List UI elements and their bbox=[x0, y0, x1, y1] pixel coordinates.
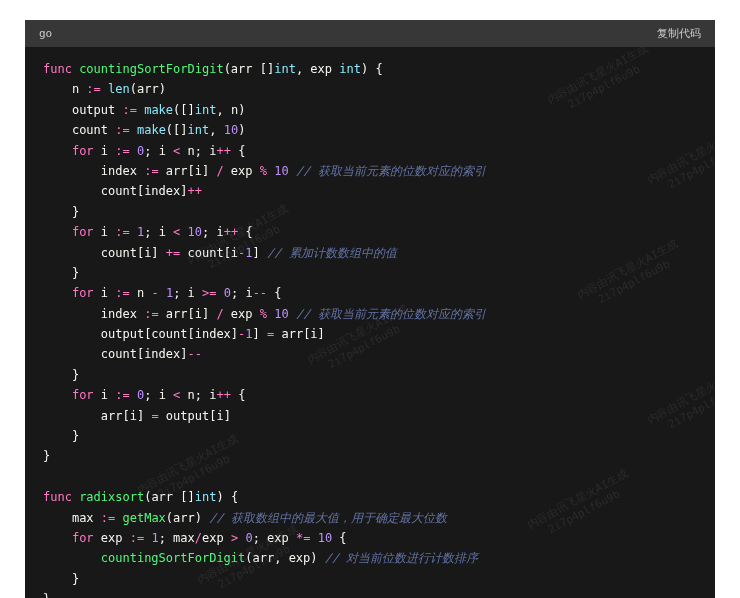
code-token-id: output[count[index] bbox=[101, 327, 238, 341]
code-token-pun: (arr) bbox=[130, 82, 166, 96]
watermark: 内容由讯飞星火AI生成2i7p4plf6u9b bbox=[525, 467, 638, 545]
code-token-sp bbox=[43, 409, 101, 423]
code-token-kw: for bbox=[72, 531, 94, 545]
code-token-op: / bbox=[216, 164, 223, 178]
code-block: go 复制代码 func countingSortForDigit(arr []… bbox=[25, 20, 715, 598]
code-token-id: output bbox=[72, 103, 123, 117]
code-token-op: := bbox=[115, 123, 129, 137]
code-token-op: >= bbox=[202, 286, 216, 300]
code-token-fn: countingSortForDigit bbox=[101, 551, 246, 565]
code-token-sp bbox=[94, 225, 101, 239]
code-token-op: ++ bbox=[224, 225, 238, 239]
code-header: go 复制代码 bbox=[25, 20, 715, 47]
code-token-sp bbox=[43, 184, 101, 198]
watermark: 内容由讯飞星火AI生成2i7p4plf6u9b bbox=[575, 237, 688, 315]
code-token-cm: // 对当前位数进行计数排序 bbox=[325, 551, 479, 565]
code-token-kw: func bbox=[43, 62, 72, 76]
code-token-pun: { bbox=[231, 144, 245, 158]
code-token-sp bbox=[289, 307, 296, 321]
code-token-fn: getMax bbox=[123, 511, 166, 525]
code-token-sp bbox=[216, 286, 223, 300]
code-token-ty: int bbox=[195, 103, 217, 117]
code-token-sp bbox=[180, 225, 187, 239]
code-token-ty: int bbox=[274, 62, 296, 76]
code-content[interactable]: func countingSortForDigit(arr []int, exp… bbox=[25, 47, 715, 598]
code-token-sp bbox=[43, 164, 101, 178]
code-token-sp bbox=[159, 286, 166, 300]
code-token-num: 10 bbox=[188, 225, 202, 239]
code-token-fn: radixsort bbox=[79, 490, 144, 504]
code-token-cm: // 获取数组中的最大值，用于确定最大位数 bbox=[209, 511, 447, 525]
code-token-id: arr[i] bbox=[101, 409, 152, 423]
code-token-pun: (arr [] bbox=[144, 490, 195, 504]
code-token-num: 1 bbox=[151, 531, 158, 545]
code-token-sp bbox=[43, 266, 72, 280]
code-token-cm: // 获取当前元素的位数对应的索引 bbox=[296, 164, 486, 178]
code-token-ty: int bbox=[195, 490, 217, 504]
code-token-pun: ; i bbox=[144, 388, 173, 402]
code-token-pun: ) { bbox=[361, 62, 383, 76]
code-token-pun: n bbox=[130, 286, 152, 300]
code-token-sp bbox=[101, 82, 108, 96]
code-token-sp bbox=[43, 82, 72, 96]
code-token-op: += bbox=[166, 246, 180, 260]
code-token-sp bbox=[310, 531, 317, 545]
code-token-sp bbox=[43, 368, 72, 382]
code-token-op: - bbox=[151, 286, 158, 300]
code-token-sp bbox=[43, 470, 50, 484]
code-token-op: / bbox=[216, 307, 223, 321]
code-token-pun: { bbox=[238, 225, 252, 239]
page-wrap: go 复制代码 func countingSortForDigit(arr []… bbox=[0, 0, 740, 598]
code-token-pun: ; i bbox=[144, 144, 173, 158]
code-token-pun: { bbox=[267, 286, 281, 300]
code-token-id: max bbox=[72, 511, 101, 525]
code-token-pun: (arr) bbox=[166, 511, 209, 525]
code-token-kw: func bbox=[43, 490, 72, 504]
code-token-sp bbox=[43, 531, 72, 545]
code-token-id: count[index] bbox=[101, 184, 188, 198]
code-token-pun: } bbox=[72, 266, 79, 280]
code-token-sp bbox=[130, 123, 137, 137]
code-token-pun: { bbox=[231, 388, 245, 402]
code-token-op: -- bbox=[188, 347, 202, 361]
code-token-id: i bbox=[101, 225, 115, 239]
code-token-num: 0 bbox=[245, 531, 252, 545]
code-token-pun: (arr [] bbox=[224, 62, 275, 76]
code-token-pun: ; i bbox=[144, 225, 173, 239]
code-token-op: := bbox=[115, 144, 129, 158]
code-token-sp bbox=[130, 225, 137, 239]
code-token-pun: n; i bbox=[180, 388, 216, 402]
code-token-sp bbox=[94, 286, 101, 300]
code-token-pun: } bbox=[72, 572, 79, 586]
code-token-pun: , bbox=[209, 123, 223, 137]
code-token-num: 10 bbox=[274, 164, 288, 178]
code-token-cm: // 累加计数数组中的值 bbox=[267, 246, 397, 260]
code-token-cm: // 获取当前元素的位数对应的索引 bbox=[296, 307, 486, 321]
code-token-sp bbox=[43, 307, 101, 321]
code-token-id: index bbox=[101, 164, 144, 178]
code-token-pun: ; i bbox=[202, 225, 224, 239]
code-token-id: index bbox=[101, 307, 144, 321]
code-token-id: i bbox=[101, 144, 115, 158]
code-token-op: ++ bbox=[216, 388, 230, 402]
code-token-id: count bbox=[72, 123, 115, 137]
code-token-op: := bbox=[101, 511, 115, 525]
code-token-op: := bbox=[115, 286, 129, 300]
code-token-op: ++ bbox=[216, 144, 230, 158]
code-token-bi: len bbox=[108, 82, 130, 96]
code-token-sp bbox=[43, 205, 72, 219]
code-token-kw: for bbox=[72, 144, 94, 158]
code-token-sp bbox=[94, 531, 101, 545]
copy-code-button[interactable]: 复制代码 bbox=[657, 26, 701, 41]
code-token-id: exp bbox=[101, 531, 130, 545]
code-token-kw: for bbox=[72, 286, 94, 300]
code-token-op: := bbox=[86, 82, 100, 96]
code-token-pun: } bbox=[72, 205, 79, 219]
code-token-id: count[index] bbox=[101, 347, 188, 361]
code-token-pun: (arr, exp) bbox=[245, 551, 324, 565]
code-token-pun: ) { bbox=[216, 490, 238, 504]
code-token-pun: ; i bbox=[231, 286, 253, 300]
code-token-pun: arr[i] bbox=[159, 164, 217, 178]
code-token-pun: exp bbox=[224, 307, 260, 321]
code-token-op: := bbox=[115, 225, 129, 239]
